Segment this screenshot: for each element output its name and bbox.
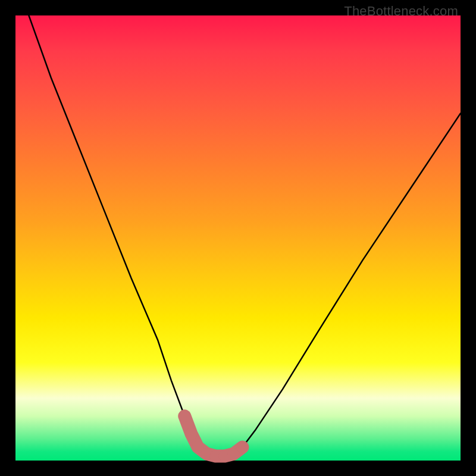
curve-line xyxy=(29,15,461,456)
marker-dot xyxy=(185,428,197,440)
marker-dot xyxy=(178,410,190,422)
curve-markers xyxy=(178,410,248,462)
chart-svg xyxy=(15,15,461,461)
plot-area xyxy=(15,15,461,461)
watermark-text: TheBottleneck.com xyxy=(344,4,458,19)
chart-frame: TheBottleneck.com xyxy=(0,0,476,476)
bottleneck-curve-path xyxy=(29,15,461,456)
marker-dot xyxy=(236,441,248,453)
